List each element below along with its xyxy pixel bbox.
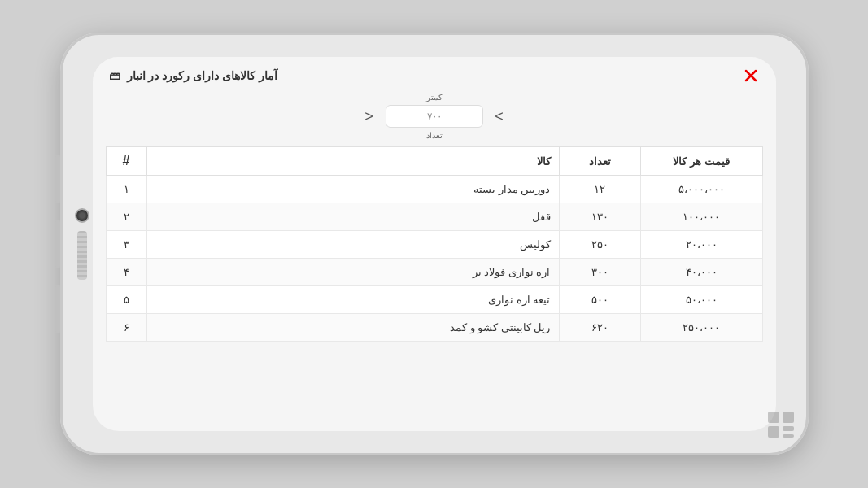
cell-count: ۲۵۰	[559, 231, 640, 259]
cell-name: قفل	[146, 203, 559, 231]
table-row: ۵،۰۰۰،۰۰۰۱۲دوربین مدار بسته۱	[106, 176, 762, 203]
nav-next-button[interactable]: <	[358, 105, 381, 128]
speaker-grille	[77, 231, 87, 280]
col-header-name: کالا	[146, 147, 559, 176]
table-row: ۲۰،۰۰۰۲۵۰کولیس۳	[106, 231, 762, 259]
cell-name: دوربین مدار بسته	[146, 176, 559, 203]
cell-price: ۵،۰۰۰،۰۰۰	[640, 176, 762, 203]
cell-num: ۲	[106, 203, 146, 231]
side-button-1[interactable]	[55, 155, 60, 203]
title-icon: 🗃	[109, 69, 120, 82]
phone-device: آمار کالاهای دارای رکورد در انبار 🗃 کمتر…	[60, 33, 809, 455]
nav-prev-button[interactable]: >	[488, 105, 511, 128]
table-row: ۲۵۰،۰۰۰۶۲۰ریل کابینتی کشو و کمد۶	[106, 314, 762, 342]
close-button[interactable]	[742, 67, 760, 85]
svg-rect-4	[768, 426, 779, 438]
side-button-2[interactable]	[55, 220, 60, 268]
table-container: قیمت هر کالا تعداد کالا # ۵،۰۰۰،۰۰۰۱۲دور…	[93, 143, 776, 431]
title-text: آمار کالاهای دارای رکورد در انبار	[127, 69, 277, 82]
cell-num: ۶	[106, 314, 146, 342]
cell-count: ۶۲۰	[559, 314, 640, 342]
cell-num: ۵	[106, 286, 146, 314]
filter-value-input[interactable]: ۷۰۰	[386, 105, 483, 128]
cell-num: ۴	[106, 259, 146, 286]
page-title: آمار کالاهای دارای رکورد در انبار 🗃	[109, 69, 277, 82]
svg-rect-6	[783, 434, 794, 438]
filter-value: ۷۰۰	[427, 111, 442, 122]
phone-screen: آمار کالاهای دارای رکورد در انبار 🗃 کمتر…	[93, 57, 776, 431]
col-header-count: تعداد	[559, 147, 640, 176]
cell-name: کولیس	[146, 231, 559, 259]
col-header-price: قیمت هر کالا	[640, 147, 762, 176]
cell-num: ۳	[106, 231, 146, 259]
cell-count: ۱۳۰	[559, 203, 640, 231]
cell-count: ۳۰۰	[559, 259, 640, 286]
data-table: قیمت هر کالا تعداد کالا # ۵،۰۰۰،۰۰۰۱۲دور…	[106, 146, 763, 342]
camera-area	[75, 208, 89, 280]
side-button-3[interactable]	[55, 285, 60, 333]
filter-row: کمتر > ۷۰۰ < تعداد	[93, 91, 776, 143]
svg-rect-2	[768, 412, 779, 423]
filter-bottom-label: تعداد	[426, 131, 443, 140]
camera-lens	[75, 208, 89, 223]
cell-count: ۱۲	[559, 176, 640, 203]
cell-num: ۱	[106, 176, 146, 203]
cell-name: ریل کابینتی کشو و کمد	[146, 314, 559, 342]
cell-name: تیغه اره نواری	[146, 286, 559, 314]
filter-top-label: کمتر	[426, 93, 443, 102]
svg-rect-3	[783, 412, 794, 423]
cell-count: ۵۰۰	[559, 286, 640, 314]
col-header-num: #	[106, 147, 146, 176]
cell-price: ۴۰،۰۰۰	[640, 259, 762, 286]
top-bar: آمار کالاهای دارای رکورد در انبار 🗃	[93, 57, 776, 91]
cell-price: ۱۰۰،۰۰۰	[640, 203, 762, 231]
cell-price: ۲۰،۰۰۰	[640, 231, 762, 259]
cell-price: ۲۵۰،۰۰۰	[640, 314, 762, 342]
table-row: ۱۰۰،۰۰۰۱۳۰قفل۲	[106, 203, 762, 231]
cell-name: اره نواری فولاد بر	[146, 259, 559, 286]
table-header-row: قیمت هر کالا تعداد کالا #	[106, 147, 762, 176]
cell-price: ۵۰،۰۰۰	[640, 286, 762, 314]
table-row: ۵۰،۰۰۰۵۰۰تیغه اره نواری۵	[106, 286, 762, 314]
table-row: ۴۰،۰۰۰۳۰۰اره نواری فولاد بر۴	[106, 259, 762, 286]
svg-rect-5	[783, 426, 794, 431]
bottom-deco-icon	[761, 405, 800, 447]
